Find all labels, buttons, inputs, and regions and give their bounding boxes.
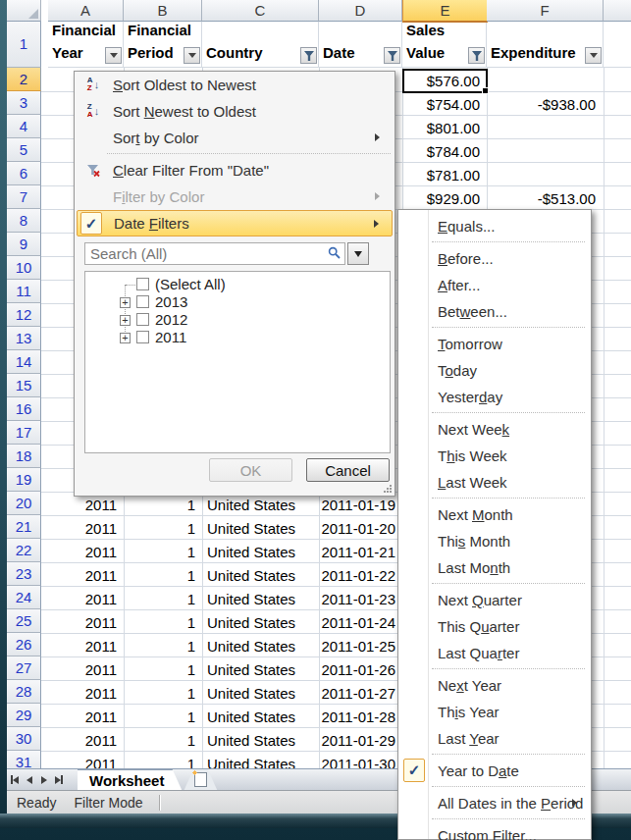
row-header-8[interactable]: 8 bbox=[7, 209, 41, 233]
cell-country-row29[interactable]: United States bbox=[202, 705, 318, 728]
row-header-1[interactable]: 1 bbox=[7, 21, 41, 68]
menu-item-date-filters[interactable]: ✓Date Filters bbox=[77, 210, 393, 236]
cell-expenditure-row3[interactable]: -$938.00 bbox=[487, 92, 602, 116]
submenu-item-last-year[interactable]: Last Year bbox=[398, 725, 591, 752]
menu-item-clear-filter-from-date[interactable]: Clear Filter From "Date" bbox=[77, 157, 393, 184]
cell-country-row30[interactable]: United States bbox=[202, 728, 318, 752]
row-header-28[interactable]: 28 bbox=[7, 680, 41, 704]
submenu-item-next-month[interactable]: Next Month bbox=[398, 501, 591, 528]
menu-item-filter-by-color[interactable]: Filter by Color bbox=[77, 184, 393, 210]
row-header-17[interactable]: 17 bbox=[7, 421, 41, 445]
financial-period-filter-button[interactable] bbox=[184, 47, 200, 64]
submenu-item-next-quarter[interactable]: Next Quarter bbox=[398, 587, 591, 613]
fill-handle[interactable] bbox=[482, 87, 489, 94]
value-checkbox[interactable] bbox=[136, 313, 149, 326]
cell-country-row25[interactable]: United States bbox=[202, 610, 318, 634]
cell-country-row28[interactable]: United States bbox=[202, 681, 318, 705]
row-header-7[interactable]: 7 bbox=[7, 185, 41, 209]
value-checkbox[interactable] bbox=[136, 295, 149, 308]
cell-financial-year-row25[interactable]: 2011 bbox=[48, 610, 123, 634]
tree-item-2013[interactable]: +2013 bbox=[85, 293, 390, 311]
menu-item-sort-oldest-to-newest[interactable]: AZ↓Sort Oldest to Newest bbox=[77, 72, 393, 98]
column-header-D[interactable]: D bbox=[319, 0, 402, 22]
resize-grip[interactable] bbox=[383, 484, 393, 494]
menu-item-sort-newest-to-oldest[interactable]: ZA↓Sort Newest to Oldest bbox=[77, 98, 393, 125]
submenu-item-equals[interactable]: Equals... bbox=[398, 213, 591, 239]
row-header-29[interactable]: 29 bbox=[7, 704, 41, 727]
cell-financial-period-row25[interactable]: 1 bbox=[124, 610, 201, 634]
cell-financial-period-row22[interactable]: 1 bbox=[124, 540, 201, 563]
column-header-F[interactable]: F bbox=[487, 0, 604, 22]
cell-date-row29[interactable]: 2011-01-28 bbox=[319, 705, 401, 728]
cell-financial-year-row30[interactable]: 2011 bbox=[48, 728, 123, 752]
header-cell-financial-period[interactable]: Financial Period bbox=[124, 21, 202, 68]
submenu-item-between[interactable]: Between... bbox=[398, 298, 591, 325]
expand-plus-icon[interactable]: + bbox=[120, 315, 131, 326]
cell-financial-period-row28[interactable]: 1 bbox=[124, 681, 201, 705]
cell-financial-period-row27[interactable]: 1 bbox=[124, 657, 201, 681]
cell-date-row23[interactable]: 2011-01-22 bbox=[319, 563, 401, 587]
cell-date-row21[interactable]: 2011-01-20 bbox=[319, 516, 401, 540]
value-checkbox[interactable] bbox=[136, 331, 149, 343]
row-header-18[interactable]: 18 bbox=[7, 445, 41, 468]
column-header-E[interactable]: E bbox=[402, 0, 488, 23]
cell-financial-year-row27[interactable]: 2011 bbox=[48, 657, 123, 681]
row-header-9[interactable]: 9 bbox=[7, 233, 41, 256]
row-header-5[interactable]: 5 bbox=[7, 138, 41, 162]
row-header-19[interactable]: 19 bbox=[7, 468, 41, 492]
row-header-23[interactable]: 23 bbox=[7, 562, 41, 586]
cell-financial-period-row21[interactable]: 1 bbox=[124, 516, 201, 540]
cell-sales-value-row6[interactable]: $781.00 bbox=[402, 163, 486, 186]
header-cell-country[interactable]: Country bbox=[202, 21, 319, 68]
previous-sheet-button[interactable] bbox=[22, 772, 36, 788]
row-header-12[interactable]: 12 bbox=[7, 303, 41, 327]
cell-country-row23[interactable]: United States bbox=[202, 563, 318, 587]
select-all-corner[interactable] bbox=[7, 0, 41, 22]
expand-plus-icon[interactable]: + bbox=[120, 297, 131, 308]
cell-financial-period-row31[interactable]: 1 bbox=[124, 752, 201, 768]
row-header-24[interactable]: 24 bbox=[7, 586, 41, 609]
first-sheet-button[interactable] bbox=[7, 772, 22, 788]
submenu-item-all-dates-in-the-period[interactable]: All Dates in the Period bbox=[398, 790, 591, 816]
next-sheet-button[interactable] bbox=[36, 772, 51, 788]
search-input[interactable] bbox=[84, 242, 345, 265]
cell-financial-year-row28[interactable]: 2011 bbox=[48, 681, 123, 705]
row-header-20[interactable]: 20 bbox=[7, 492, 41, 515]
submenu-item-year-to-date[interactable]: ✓Year to Date bbox=[398, 758, 591, 784]
submenu-item-tomorrow[interactable]: Tomorrow bbox=[398, 331, 591, 357]
country-filter-button[interactable] bbox=[300, 47, 317, 64]
value-checkbox[interactable] bbox=[136, 278, 149, 290]
column-header-g[interactable] bbox=[604, 0, 631, 22]
selected-cell-outline[interactable] bbox=[402, 69, 488, 93]
column-header-B[interactable]: B bbox=[124, 0, 202, 22]
cell-date-row22[interactable]: 2011-01-21 bbox=[319, 540, 401, 563]
row-header-2[interactable]: 2 bbox=[7, 68, 41, 91]
row-header-25[interactable]: 25 bbox=[7, 609, 41, 633]
submenu-item-yesterday[interactable]: Yesterday bbox=[398, 384, 591, 410]
date-filter-button[interactable] bbox=[384, 47, 400, 64]
financial-year-filter-button[interactable] bbox=[105, 47, 122, 64]
cell-country-row26[interactable]: United States bbox=[202, 634, 318, 657]
cell-sales-value-row5[interactable]: $784.00 bbox=[402, 139, 486, 163]
row-header-13[interactable]: 13 bbox=[7, 327, 41, 350]
row-header-10[interactable]: 10 bbox=[7, 256, 41, 280]
column-header-C[interactable]: C bbox=[202, 0, 319, 22]
expand-plus-icon[interactable]: + bbox=[120, 333, 131, 343]
cell-country-row24[interactable]: United States bbox=[202, 587, 318, 610]
submenu-item-last-quarter[interactable]: Last Quarter bbox=[398, 640, 591, 666]
row-header-14[interactable]: 14 bbox=[7, 350, 41, 374]
submenu-item-today[interactable]: Today bbox=[398, 357, 591, 384]
row-header-15[interactable]: 15 bbox=[7, 374, 41, 397]
submenu-item-next-week[interactable]: Next Week bbox=[398, 416, 591, 443]
cell-date-row28[interactable]: 2011-01-27 bbox=[319, 681, 401, 705]
cell-financial-year-row31[interactable]: 2011 bbox=[48, 752, 123, 768]
cell-financial-year-row21[interactable]: 2011 bbox=[48, 516, 123, 540]
header-cell-date[interactable]: Date bbox=[319, 21, 402, 68]
cell-financial-year-row26[interactable]: 2011 bbox=[48, 634, 123, 657]
row-header-3[interactable]: 3 bbox=[7, 91, 41, 115]
cell-expenditure-row7[interactable]: -$513.00 bbox=[487, 186, 602, 210]
row-header-26[interactable]: 26 bbox=[7, 633, 41, 656]
submenu-item-this-month[interactable]: This Month bbox=[398, 528, 591, 554]
cell-financial-year-row23[interactable]: 2011 bbox=[48, 563, 123, 587]
submenu-item-before[interactable]: Before... bbox=[398, 245, 591, 272]
